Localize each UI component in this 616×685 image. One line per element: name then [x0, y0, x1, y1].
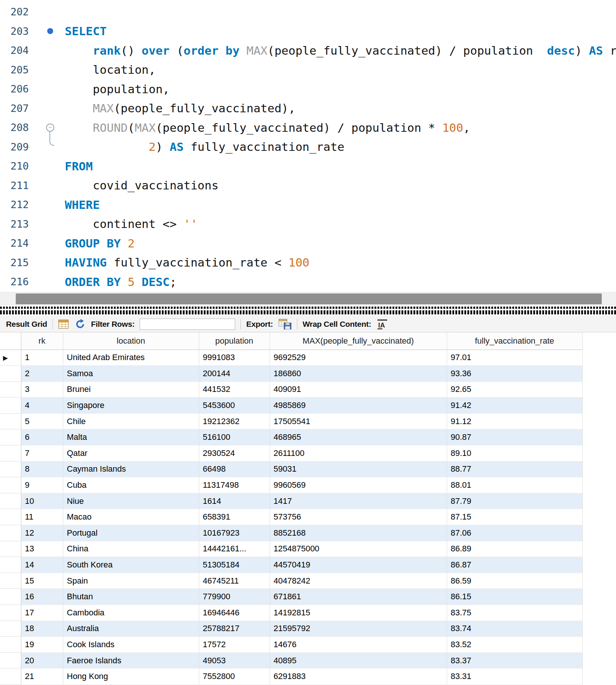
- table-cell[interactable]: Brunei: [63, 381, 199, 398]
- table-cell[interactable]: 8: [21, 461, 63, 477]
- table-row[interactable]: 13China14442161...125487500086.89: [0, 541, 582, 557]
- table-cell[interactable]: 1614: [199, 493, 270, 509]
- column-header[interactable]: location: [63, 332, 199, 350]
- editor-line[interactable]: 214GROUP BY 2: [0, 234, 616, 253]
- table-row[interactable]: 9Cuba11317498996056988.01: [0, 477, 582, 493]
- table-row[interactable]: 19Cook Islands175721467683.52: [0, 637, 582, 653]
- row-selector[interactable]: [0, 652, 21, 669]
- table-cell[interactable]: 409091: [270, 381, 447, 398]
- table-cell[interactable]: 6291883: [270, 669, 447, 685]
- table-cell[interactable]: 14442161...: [199, 541, 270, 557]
- table-cell[interactable]: 21595792: [270, 621, 447, 637]
- table-row[interactable]: 18Australia257882172159579283.74: [0, 621, 582, 637]
- row-selector[interactable]: [0, 398, 21, 414]
- editor-line[interactable]: 210FROM: [0, 156, 616, 176]
- table-cell[interactable]: 44570419: [270, 557, 447, 573]
- table-cell[interactable]: 18: [21, 621, 63, 637]
- table-cell[interactable]: Faeroe Islands: [63, 652, 199, 669]
- scrollbar-thumb[interactable]: [16, 293, 602, 304]
- table-row[interactable]: 10Niue1614141787.79: [0, 493, 582, 509]
- table-cell[interactable]: 1254875000: [270, 541, 447, 557]
- editor-line[interactable]: 215HAVING fully_vaccination_rate < 100: [0, 253, 616, 273]
- row-selector[interactable]: [0, 525, 21, 541]
- table-row[interactable]: 6Malta51610046896590.87: [0, 429, 582, 445]
- row-selector[interactable]: [0, 573, 21, 589]
- table-row[interactable]: 20Faeroe Islands490534089583.37: [0, 652, 582, 669]
- table-cell[interactable]: 83.31: [447, 669, 582, 685]
- table-cell[interactable]: Cambodia: [63, 605, 199, 621]
- table-cell[interactable]: Hong Kong: [63, 669, 199, 685]
- table-cell[interactable]: 66498: [199, 461, 270, 477]
- table-cell[interactable]: 87.06: [447, 525, 582, 541]
- table-cell[interactable]: United Arab Emirates: [63, 350, 199, 366]
- table-cell[interactable]: 16: [21, 589, 63, 605]
- table-cell[interactable]: South Korea: [63, 557, 199, 573]
- column-header[interactable]: MAX(people_fully_vaccinated): [270, 332, 447, 350]
- table-cell[interactable]: 573756: [270, 509, 447, 525]
- table-row[interactable]: 3Brunei44153240909192.65: [0, 381, 582, 398]
- table-cell[interactable]: 2611100: [270, 445, 447, 462]
- table-row[interactable]: 21Hong Kong7552800629188383.31: [0, 669, 582, 685]
- table-cell[interactable]: 86.89: [447, 541, 582, 557]
- wrap-cell-content-icon[interactable]: IA: [376, 319, 388, 330]
- table-cell[interactable]: Spain: [63, 573, 199, 589]
- table-cell[interactable]: Macao: [63, 509, 199, 525]
- table-cell[interactable]: Cuba: [63, 477, 199, 493]
- row-selector[interactable]: [0, 381, 21, 398]
- column-header[interactable]: fully_vaccination_rate: [447, 332, 582, 350]
- table-cell[interactable]: 88.77: [447, 461, 582, 477]
- table-cell[interactable]: 89.10: [447, 445, 582, 462]
- table-cell[interactable]: 83.37: [447, 652, 582, 669]
- editor-line[interactable]: 212WHERE: [0, 195, 616, 214]
- table-cell[interactable]: 20: [21, 652, 63, 669]
- column-header[interactable]: population: [199, 332, 270, 350]
- table-cell[interactable]: 90.87: [447, 429, 582, 445]
- table-cell[interactable]: 86.15: [447, 589, 582, 605]
- table-cell[interactable]: 5: [21, 413, 63, 429]
- table-row[interactable]: 12Portugal10167923885216887.06: [0, 525, 582, 541]
- table-cell[interactable]: 87.15: [447, 509, 582, 525]
- editor-line[interactable]: 216ORDER BY 5 DESC;: [0, 272, 616, 292]
- table-cell[interactable]: 5453600: [199, 398, 270, 414]
- table-cell[interactable]: 13: [21, 541, 63, 557]
- table-cell[interactable]: 4: [21, 398, 63, 414]
- row-selector[interactable]: [0, 541, 21, 557]
- table-cell[interactable]: 2930524: [199, 445, 270, 462]
- table-cell[interactable]: Cayman Islands: [63, 461, 199, 477]
- table-cell[interactable]: Bhutan: [63, 589, 199, 605]
- table-cell[interactable]: 40478242: [270, 573, 447, 589]
- table-cell[interactable]: Portugal: [63, 525, 199, 541]
- table-cell[interactable]: 40895: [270, 652, 447, 669]
- table-row[interactable]: 15Spain467452114047824286.59: [0, 573, 582, 589]
- fold-icon[interactable]: −: [46, 124, 54, 132]
- row-selector[interactable]: [0, 669, 21, 685]
- row-selector[interactable]: [0, 429, 21, 445]
- editor-line[interactable]: 211 covid_vaccinations: [0, 176, 616, 195]
- row-selector[interactable]: [0, 461, 21, 477]
- table-cell[interactable]: Australia: [63, 621, 199, 637]
- editor-line[interactable]: 203SELECT: [0, 22, 616, 41]
- export-recordset-icon[interactable]: [278, 319, 292, 330]
- table-cell[interactable]: 4985869: [270, 398, 447, 414]
- row-selector[interactable]: [0, 621, 21, 637]
- editor-line[interactable]: 206 population,: [0, 79, 616, 99]
- table-cell[interactable]: 14192815: [270, 605, 447, 621]
- table-cell[interactable]: 17505541: [270, 413, 447, 429]
- table-cell[interactable]: 91.12: [447, 413, 582, 429]
- table-cell[interactable]: 1: [21, 350, 63, 366]
- table-row[interactable]: 16Bhutan77990067186186.15: [0, 589, 582, 605]
- filter-rows-input[interactable]: [140, 319, 235, 330]
- table-cell[interactable]: 17: [21, 605, 63, 621]
- table-cell[interactable]: 49053: [199, 652, 270, 669]
- row-selector[interactable]: [0, 413, 21, 429]
- table-cell[interactable]: 97.01: [447, 350, 582, 366]
- table-cell[interactable]: Samoa: [63, 366, 199, 382]
- table-cell[interactable]: 468965: [270, 429, 447, 445]
- table-row[interactable]: 4Singapore5453600498586991.42: [0, 398, 582, 414]
- table-cell[interactable]: 7552800: [199, 669, 270, 685]
- sql-editor[interactable]: 202203SELECT204 rank() over (order by MA…: [0, 0, 616, 292]
- table-cell[interactable]: 19: [21, 637, 63, 653]
- row-selector[interactable]: [0, 493, 21, 509]
- table-cell[interactable]: 51305184: [199, 557, 270, 573]
- table-cell[interactable]: 86.87: [447, 557, 582, 573]
